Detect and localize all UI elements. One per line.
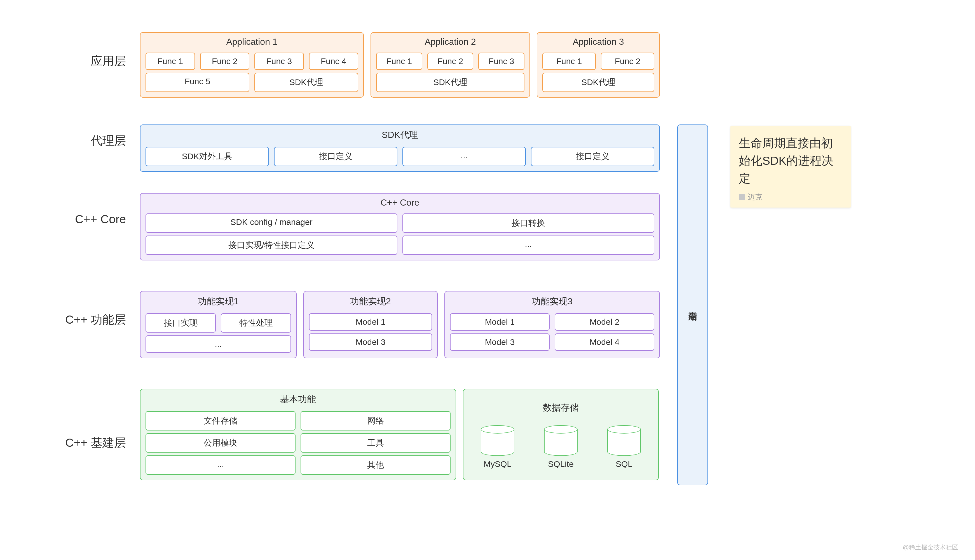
- proxy-c1: SDK对外工具: [145, 147, 269, 166]
- layer-proxy: SDK代理 SDK对外工具 接口定义 ... 接口定义: [140, 125, 660, 172]
- block-app3: Application 3 Func 1 Func 2 SDK代理: [537, 32, 660, 98]
- label-proxy: 代理层: [37, 133, 126, 148]
- func2-title: 功能实现2: [350, 295, 391, 308]
- app1-func3: Func 3: [254, 53, 304, 70]
- lifecycle-bar: 生命周期: [677, 125, 708, 485]
- block-basic: 基本功能 文件存储 网络 公用模块 工具 ... 其他: [140, 389, 456, 480]
- label-base: C++ 基建层: [37, 435, 126, 451]
- layer-func: 功能实现1 接口实现 特性处理 ... 功能实现2 Model 1 Model …: [140, 291, 660, 358]
- core-c3: 接口实现/特性接口定义: [145, 235, 397, 255]
- watermark: @稀土掘金技术社区: [903, 543, 958, 552]
- block-func2: 功能实现2 Model 1 Model 3: [303, 291, 438, 358]
- func1-c3: ...: [145, 335, 291, 353]
- app3-func1: Func 1: [543, 53, 596, 70]
- db-mysql-label: MySQL: [484, 459, 512, 469]
- block-proxy: SDK代理 SDK对外工具 接口定义 ... 接口定义: [140, 125, 660, 172]
- app2-func2: Func 2: [427, 53, 474, 70]
- basic-c2: 网络: [301, 411, 451, 430]
- db-sqlite: SQLite: [544, 425, 578, 469]
- cylinder-icon: [481, 425, 514, 456]
- app1-func2: Func 2: [200, 53, 250, 70]
- app1-title: Application 1: [226, 37, 277, 47]
- app3-func2: Func 2: [601, 53, 654, 70]
- app2-func3: Func 3: [478, 53, 524, 70]
- proxy-title: SDK代理: [382, 129, 418, 141]
- note-author-name: 迈克: [748, 192, 762, 202]
- basic-c6: 其他: [301, 455, 451, 475]
- app2-title: Application 2: [424, 37, 476, 47]
- note-author: 迈克: [739, 192, 842, 202]
- basic-title: 基本功能: [280, 393, 316, 406]
- sticky-note: 生命周期直接由初始化SDK的进程决定 迈克: [730, 126, 851, 208]
- label-core: C++ Core: [37, 213, 126, 226]
- data-title: 数据存储: [543, 402, 579, 414]
- note-text: 生命周期直接由初始化SDK的进程决定: [739, 134, 842, 187]
- basic-c3: 公用模块: [145, 433, 296, 453]
- db-sql-label: SQL: [616, 459, 633, 469]
- proxy-c4: 接口定义: [531, 147, 654, 166]
- block-app2: Application 2 Func 1 Func 2 Func 3 SDK代理: [371, 32, 530, 98]
- label-func: C++ 功能层: [37, 312, 126, 328]
- layer-core: C++ Core SDK config / manager 接口转换 接口实现/…: [140, 193, 660, 260]
- func3-c3: Model 3: [450, 333, 549, 351]
- core-c1: SDK config / manager: [145, 213, 397, 233]
- core-c2: 接口转换: [402, 213, 654, 233]
- app2-func1: Func 1: [376, 53, 422, 70]
- block-func1: 功能实现1 接口实现 特性处理 ...: [140, 291, 297, 358]
- app1-func5: Func 5: [145, 73, 249, 92]
- layer-base: 基本功能 文件存储 网络 公用模块 工具 ... 其他 数据存储 MySQL S…: [140, 389, 659, 480]
- app1-func1: Func 1: [145, 53, 195, 70]
- layer-app: Application 1 Func 1 Func 2 Func 3 Func …: [140, 32, 660, 98]
- func3-c2: Model 2: [555, 313, 654, 331]
- label-app: 应用层: [37, 53, 126, 69]
- func1-c2: 特性处理: [221, 313, 291, 333]
- func2-c2: Model 3: [309, 333, 432, 351]
- basic-c4: 工具: [301, 433, 451, 453]
- proxy-c2: 接口定义: [274, 147, 397, 166]
- app2-sdk: SDK代理: [376, 73, 524, 92]
- app1-sdk: SDK代理: [254, 73, 358, 92]
- basic-c5: ...: [145, 455, 296, 475]
- func3-c1: Model 1: [450, 313, 549, 331]
- func1-c1: 接口实现: [145, 313, 216, 333]
- func3-title: 功能实现3: [532, 295, 573, 308]
- app3-sdk: SDK代理: [543, 73, 654, 92]
- block-core: C++ Core SDK config / manager 接口转换 接口实现/…: [140, 193, 660, 260]
- func3-c4: Model 4: [555, 333, 654, 351]
- proxy-c3: ...: [402, 147, 526, 166]
- func2-c1: Model 1: [309, 313, 432, 331]
- func1-title: 功能实现1: [198, 295, 239, 308]
- core-title: C++ Core: [381, 197, 419, 208]
- cylinder-icon: [544, 425, 578, 456]
- db-sql: SQL: [607, 425, 641, 469]
- app3-title: Application 3: [573, 37, 624, 47]
- core-c4: ...: [402, 235, 654, 255]
- app1-func4: Func 4: [309, 53, 359, 70]
- db-mysql: MySQL: [481, 425, 514, 469]
- block-app1: Application 1 Func 1 Func 2 Func 3 Func …: [140, 32, 364, 98]
- block-data: 数据存储 MySQL SQLite SQL: [463, 389, 659, 480]
- user-icon: [739, 194, 745, 200]
- basic-c1: 文件存储: [145, 411, 296, 430]
- block-func3: 功能实现3 Model 1 Model 2 Model 3 Model 4: [444, 291, 660, 358]
- cylinder-icon: [607, 425, 641, 456]
- db-sqlite-label: SQLite: [548, 459, 574, 469]
